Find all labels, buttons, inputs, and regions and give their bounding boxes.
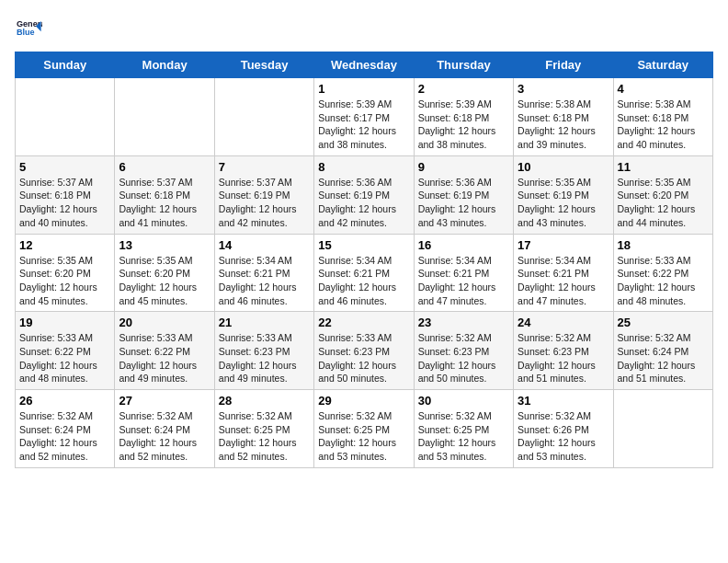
calendar-header-thursday: Thursday — [414, 52, 513, 78]
day-content: Sunrise: 5:38 AM Sunset: 6:18 PM Dayligh… — [618, 98, 709, 152]
svg-text:Blue: Blue — [17, 28, 35, 37]
day-content: Sunrise: 5:35 AM Sunset: 6:20 PM Dayligh… — [119, 254, 210, 308]
day-content: Sunrise: 5:34 AM Sunset: 6:21 PM Dayligh… — [418, 254, 509, 308]
calendar-cell: 8Sunrise: 5:36 AM Sunset: 6:19 PM Daylig… — [314, 155, 414, 234]
calendar-cell: 3Sunrise: 5:38 AM Sunset: 6:18 PM Daylig… — [514, 78, 613, 156]
calendar-cell: 25Sunrise: 5:32 AM Sunset: 6:24 PM Dayli… — [613, 312, 712, 390]
calendar-cell: 24Sunrise: 5:32 AM Sunset: 6:23 PM Dayli… — [514, 312, 613, 390]
day-number: 25 — [618, 316, 709, 329]
day-content: Sunrise: 5:32 AM Sunset: 6:25 PM Dayligh… — [418, 409, 509, 464]
calendar-table: SundayMondayTuesdayWednesdayThursdayFrid… — [15, 52, 713, 468]
day-number: 7 — [219, 160, 310, 174]
day-number: 16 — [418, 238, 509, 252]
day-number: 28 — [219, 394, 310, 408]
day-number: 23 — [418, 316, 509, 329]
calendar-cell: 23Sunrise: 5:32 AM Sunset: 6:23 PM Dayli… — [414, 312, 513, 390]
calendar-cell: 29Sunrise: 5:32 AM Sunset: 6:25 PM Dayli… — [314, 390, 414, 468]
day-content: Sunrise: 5:37 AM Sunset: 6:18 PM Dayligh… — [19, 176, 110, 230]
day-content: Sunrise: 5:33 AM Sunset: 6:23 PM Dayligh… — [318, 331, 409, 385]
day-number: 21 — [219, 316, 310, 329]
header: General Blue — [15, 15, 713, 44]
day-number: 27 — [119, 394, 210, 408]
calendar-cell: 14Sunrise: 5:34 AM Sunset: 6:21 PM Dayli… — [214, 234, 313, 312]
calendar-cell — [16, 78, 115, 156]
day-content: Sunrise: 5:32 AM Sunset: 6:24 PM Dayligh… — [19, 409, 110, 464]
calendar-header-tuesday: Tuesday — [214, 52, 313, 78]
calendar-cell — [613, 390, 712, 468]
day-content: Sunrise: 5:37 AM Sunset: 6:19 PM Dayligh… — [219, 176, 310, 230]
calendar-cell: 16Sunrise: 5:34 AM Sunset: 6:21 PM Dayli… — [414, 234, 513, 312]
calendar-cell: 27Sunrise: 5:32 AM Sunset: 6:24 PM Dayli… — [115, 390, 214, 468]
calendar-cell: 28Sunrise: 5:32 AM Sunset: 6:25 PM Dayli… — [214, 390, 313, 468]
calendar-cell: 12Sunrise: 5:35 AM Sunset: 6:20 PM Dayli… — [16, 234, 115, 312]
day-number: 11 — [618, 160, 709, 174]
day-number: 30 — [418, 394, 509, 408]
calendar-header-row: SundayMondayTuesdayWednesdayThursdayFrid… — [16, 52, 713, 78]
calendar-body: 1Sunrise: 5:39 AM Sunset: 6:17 PM Daylig… — [16, 78, 713, 468]
day-number: 18 — [618, 238, 709, 252]
day-number: 17 — [518, 238, 609, 252]
day-content: Sunrise: 5:35 AM Sunset: 6:19 PM Dayligh… — [518, 176, 609, 230]
calendar-header-saturday: Saturday — [613, 52, 712, 78]
day-content: Sunrise: 5:33 AM Sunset: 6:22 PM Dayligh… — [119, 331, 210, 385]
day-number: 1 — [318, 82, 409, 96]
calendar-cell: 6Sunrise: 5:37 AM Sunset: 6:18 PM Daylig… — [115, 155, 214, 234]
calendar-week-row: 1Sunrise: 5:39 AM Sunset: 6:17 PM Daylig… — [16, 78, 713, 156]
calendar-cell — [115, 78, 214, 156]
day-content: Sunrise: 5:36 AM Sunset: 6:19 PM Dayligh… — [318, 176, 409, 230]
calendar-cell: 4Sunrise: 5:38 AM Sunset: 6:18 PM Daylig… — [613, 78, 712, 156]
calendar-cell — [214, 78, 313, 156]
day-number: 26 — [19, 394, 110, 408]
day-number: 4 — [618, 82, 709, 96]
calendar-cell: 10Sunrise: 5:35 AM Sunset: 6:19 PM Dayli… — [514, 155, 613, 234]
day-content: Sunrise: 5:35 AM Sunset: 6:20 PM Dayligh… — [618, 176, 709, 230]
calendar-header-sunday: Sunday — [16, 52, 115, 78]
day-content: Sunrise: 5:33 AM Sunset: 6:22 PM Dayligh… — [618, 254, 709, 308]
day-number: 13 — [119, 238, 210, 252]
calendar-cell: 21Sunrise: 5:33 AM Sunset: 6:23 PM Dayli… — [214, 312, 313, 390]
day-number: 24 — [518, 316, 609, 329]
day-number: 14 — [219, 238, 310, 252]
calendar-week-row: 5Sunrise: 5:37 AM Sunset: 6:18 PM Daylig… — [16, 155, 713, 234]
calendar-week-row: 26Sunrise: 5:32 AM Sunset: 6:24 PM Dayli… — [16, 390, 713, 468]
day-content: Sunrise: 5:33 AM Sunset: 6:23 PM Dayligh… — [219, 331, 310, 385]
calendar-header-friday: Friday — [514, 52, 613, 78]
calendar-cell: 18Sunrise: 5:33 AM Sunset: 6:22 PM Dayli… — [613, 234, 712, 312]
calendar-cell: 9Sunrise: 5:36 AM Sunset: 6:19 PM Daylig… — [414, 155, 513, 234]
day-content: Sunrise: 5:34 AM Sunset: 6:21 PM Dayligh… — [518, 254, 609, 308]
day-number: 5 — [19, 160, 110, 174]
calendar-cell: 7Sunrise: 5:37 AM Sunset: 6:19 PM Daylig… — [214, 155, 313, 234]
day-content: Sunrise: 5:32 AM Sunset: 6:23 PM Dayligh… — [518, 331, 609, 385]
calendar-cell: 15Sunrise: 5:34 AM Sunset: 6:21 PM Dayli… — [314, 234, 414, 312]
calendar-cell: 19Sunrise: 5:33 AM Sunset: 6:22 PM Dayli… — [16, 312, 115, 390]
general-blue-logo-icon: General Blue — [17, 15, 42, 40]
day-number: 19 — [19, 316, 110, 329]
day-number: 12 — [19, 238, 110, 252]
calendar-cell: 13Sunrise: 5:35 AM Sunset: 6:20 PM Dayli… — [115, 234, 214, 312]
day-number: 6 — [119, 160, 210, 174]
day-content: Sunrise: 5:32 AM Sunset: 6:23 PM Dayligh… — [418, 331, 509, 385]
calendar-cell: 22Sunrise: 5:33 AM Sunset: 6:23 PM Dayli… — [314, 312, 414, 390]
calendar-cell: 20Sunrise: 5:33 AM Sunset: 6:22 PM Dayli… — [115, 312, 214, 390]
day-content: Sunrise: 5:34 AM Sunset: 6:21 PM Dayligh… — [219, 254, 310, 308]
calendar-cell: 5Sunrise: 5:37 AM Sunset: 6:18 PM Daylig… — [16, 155, 115, 234]
calendar-cell: 26Sunrise: 5:32 AM Sunset: 6:24 PM Dayli… — [16, 390, 115, 468]
calendar-week-row: 19Sunrise: 5:33 AM Sunset: 6:22 PM Dayli… — [16, 312, 713, 390]
day-number: 10 — [518, 160, 609, 174]
day-number: 3 — [518, 82, 609, 96]
day-content: Sunrise: 5:32 AM Sunset: 6:25 PM Dayligh… — [318, 409, 409, 464]
day-content: Sunrise: 5:33 AM Sunset: 6:22 PM Dayligh… — [19, 331, 110, 385]
day-content: Sunrise: 5:32 AM Sunset: 6:24 PM Dayligh… — [119, 409, 210, 464]
day-content: Sunrise: 5:32 AM Sunset: 6:26 PM Dayligh… — [518, 409, 609, 464]
day-number: 8 — [318, 160, 409, 174]
calendar-cell: 17Sunrise: 5:34 AM Sunset: 6:21 PM Dayli… — [514, 234, 613, 312]
calendar-cell: 30Sunrise: 5:32 AM Sunset: 6:25 PM Dayli… — [414, 390, 513, 468]
day-number: 20 — [119, 316, 210, 329]
day-content: Sunrise: 5:37 AM Sunset: 6:18 PM Dayligh… — [119, 176, 210, 230]
day-content: Sunrise: 5:36 AM Sunset: 6:19 PM Dayligh… — [418, 176, 509, 230]
calendar-cell: 2Sunrise: 5:39 AM Sunset: 6:18 PM Daylig… — [414, 78, 513, 156]
day-content: Sunrise: 5:34 AM Sunset: 6:21 PM Dayligh… — [318, 254, 409, 308]
day-number: 2 — [418, 82, 509, 96]
day-content: Sunrise: 5:32 AM Sunset: 6:25 PM Dayligh… — [219, 409, 310, 464]
calendar-cell: 11Sunrise: 5:35 AM Sunset: 6:20 PM Dayli… — [613, 155, 712, 234]
